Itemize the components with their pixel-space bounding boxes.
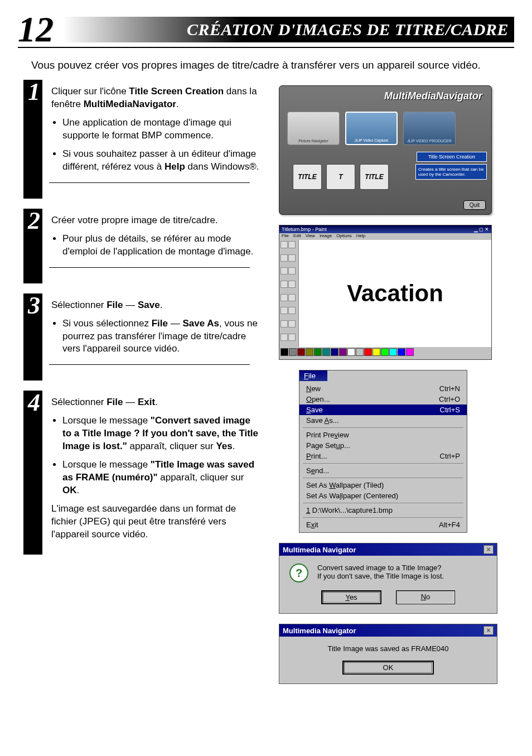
palette-swatch[interactable] [347, 348, 355, 356]
dialog-convert-confirm: Multimedia Navigator × ? Convert saved i… [279, 543, 497, 614]
step-after: L'image est sauvegardée dans un format d… [51, 503, 260, 541]
paint-title-text: Titleturn.bmp - Paint [282, 227, 327, 232]
file-menu-item[interactable]: ExitAlt+F4 [299, 519, 467, 530]
palette-swatch[interactable] [339, 348, 347, 356]
mmn-quit-button[interactable]: Quit [463, 200, 486, 210]
close-icon[interactable]: × [483, 545, 494, 554]
mmn-thumb-picture-navigator[interactable]: Picture Navigator [287, 112, 340, 145]
palette-swatch[interactable] [289, 348, 297, 356]
paint-titlebar: Titleturn.bmp - Paint ▁ ◻ ✕ [279, 225, 491, 233]
step-bullet: Lorsque le message "Title Image was save… [62, 459, 260, 497]
mmn-thumb-jlip-video-producer[interactable]: JLIP VIDEO PRODUCER [403, 112, 456, 145]
step-lead: Sélectionner File — Exit. [51, 396, 260, 409]
file-menu-item[interactable]: Save As... [299, 415, 467, 426]
paint-menubar[interactable]: File Edit View Image Options Help [279, 233, 491, 240]
menu-edit[interactable]: Edit [293, 233, 301, 240]
mmn-description: Creates a title screen that can be used … [415, 164, 487, 180]
palette-swatch[interactable] [280, 348, 288, 356]
step-number: 4 [28, 388, 40, 417]
mmn-logo: MultiMediaNavigator [384, 90, 482, 102]
step-4: 4 Sélectionner File — Exit. Lorsque le m… [23, 391, 264, 554]
step-bullet: Pour plus de détails, se référer au mode… [62, 233, 260, 258]
question-icon: ? [289, 564, 308, 582]
file-menu-item[interactable]: Open...Ctrl+O [299, 394, 467, 405]
menu-options[interactable]: Options [336, 233, 352, 240]
file-menu-item[interactable]: Print Preview [299, 430, 467, 440]
dialog-title: Multimedia Navigator [283, 627, 356, 635]
yes-button[interactable]: Yes [321, 590, 381, 604]
menu-file[interactable]: File [282, 233, 289, 240]
step-lead: Sélectionner File — Save. [51, 299, 260, 312]
palette-swatch[interactable] [331, 348, 338, 356]
mmn-title-screen-creation-label[interactable]: Title Screen Creation [417, 152, 487, 162]
step-lead: Cliquer sur l'icône Title Screen Creatio… [51, 85, 260, 111]
file-menu-item[interactable]: Print...Ctrl+P [299, 451, 467, 461]
paint-canvas[interactable]: Vacation [299, 240, 491, 347]
mmn-title-tile[interactable]: T [326, 164, 355, 190]
file-menu-item[interactable]: Set As Wallpaper (Centered) [299, 490, 467, 501]
dialog-title: Multimedia Navigator [283, 546, 356, 554]
mmn-thumb-jlip-video-capture[interactable]: JLIP Video Capture [345, 112, 398, 145]
step-number: 2 [28, 206, 40, 235]
page-header: 12 CRÉATION D'IMAGES DE TITRE/CADRE [18, 13, 514, 48]
file-menu-item[interactable]: Send... [299, 465, 467, 476]
step-bullet: Lorsque le message "Convert saved image … [62, 415, 260, 453]
palette-swatch[interactable] [306, 348, 313, 356]
no-button[interactable]: No [396, 590, 455, 604]
paint-color-palette[interactable] [279, 347, 491, 359]
step-1: 1 Cliquer sur l'icône Title Screen Creat… [23, 80, 264, 199]
mmn-title-tile[interactable]: TITLE [293, 164, 322, 190]
step-number: 1 [28, 78, 40, 106]
page-number: 12 [18, 13, 54, 46]
file-menu-item[interactable]: 1 D:\Work\...\capture1.bmp [299, 505, 467, 516]
paint-toolbox[interactable] [279, 240, 299, 347]
file-menu-item[interactable]: Set As Wallpaper (Tiled) [299, 480, 467, 490]
palette-swatch[interactable] [364, 348, 372, 356]
menu-view[interactable]: View [306, 233, 315, 240]
step-3: 3 Sélectionner File — Save. Si vous séle… [23, 293, 264, 381]
file-menu-item[interactable]: Page Setup... [299, 440, 467, 451]
palette-swatch[interactable] [356, 348, 364, 356]
palette-swatch[interactable] [314, 348, 322, 356]
palette-swatch[interactable] [373, 348, 380, 356]
close-icon[interactable]: × [483, 626, 494, 635]
mmn-title-tile[interactable]: TITLE [360, 164, 389, 190]
step-number: 3 [28, 291, 40, 320]
ok-button[interactable]: OK [342, 661, 434, 675]
dialog-message: Convert saved image to a Title Image? If… [317, 564, 444, 580]
palette-swatch[interactable] [389, 348, 397, 356]
steps-column: 1 Cliquer sur l'icône Title Screen Creat… [23, 80, 264, 684]
intro-text: Vous pouvez créer vos propres images de … [31, 58, 509, 73]
file-menu-item[interactable]: SaveCtrl+S [299, 405, 467, 415]
window-controls-icon[interactable]: ▁ ◻ ✕ [474, 227, 489, 232]
page-title: CRÉATION D'IMAGES DE TITRE/CADRE [62, 17, 514, 42]
file-menu-item[interactable]: NewCtrl+N [299, 383, 467, 394]
menu-help[interactable]: Help [356, 233, 365, 240]
palette-swatch[interactable] [297, 348, 305, 356]
multimedianavigator-window: MultiMediaNavigator Picture Navigator JL… [279, 85, 492, 215]
step-2: 2 Créer votre propre image de titre/cadr… [23, 209, 264, 283]
file-menu-title[interactable]: File [299, 370, 327, 381]
step-bullet: Si vous sélectionnez File — Save As, vou… [62, 317, 260, 356]
dialog-saved-notice: Multimedia Navigator × Title Image was s… [279, 624, 497, 684]
screenshots-column: MultiMediaNavigator Picture Navigator JL… [279, 85, 514, 684]
step-lead: Créer votre propre image de titre/cadre. [51, 214, 260, 227]
palette-swatch[interactable] [406, 348, 414, 356]
palette-swatch[interactable] [398, 348, 405, 356]
menu-image[interactable]: Image [320, 233, 332, 240]
palette-swatch[interactable] [322, 348, 330, 356]
paint-window: Titleturn.bmp - Paint ▁ ◻ ✕ File Edit Vi… [279, 225, 492, 360]
file-menu-dropdown: File NewCtrl+NOpen...Ctrl+OSaveCtrl+SSav… [299, 370, 467, 533]
palette-swatch[interactable] [381, 348, 389, 356]
step-bullet: Si vous souhaitez passer à un éditeur d'… [62, 148, 260, 174]
dialog-message: Title Image was saved as FRAME040 [289, 644, 487, 653]
step-bullet: Une application de montage d'image qui s… [62, 117, 260, 142]
